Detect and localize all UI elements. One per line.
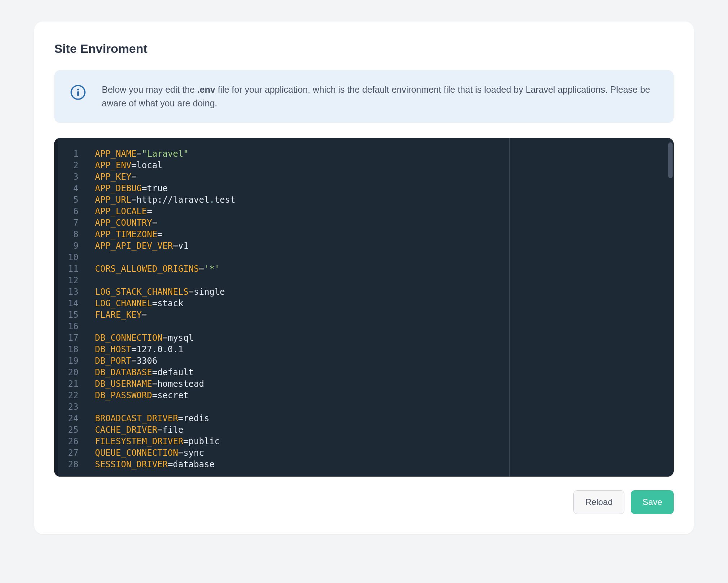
line-number: 28 — [54, 459, 78, 470]
code-content[interactable]: APP_NAME="Laravel"APP_ENV=localAPP_KEY=A… — [85, 138, 674, 477]
info-banner: Below you may edit the .env file for you… — [54, 70, 674, 123]
save-button[interactable]: Save — [631, 490, 674, 514]
code-line[interactable]: DB_CONNECTION=mysql — [95, 332, 674, 344]
line-number: 14 — [54, 298, 78, 309]
line-number: 20 — [54, 367, 78, 378]
line-number: 9 — [54, 240, 78, 252]
scrollbar-thumb[interactable] — [668, 142, 673, 178]
line-number: 13 — [54, 286, 78, 298]
code-line[interactable]: APP_URL=http://laravel.test — [95, 194, 674, 206]
svg-point-1 — [77, 89, 79, 91]
code-line[interactable]: DB_USERNAME=homestead — [95, 378, 674, 390]
line-number: 1 — [54, 148, 78, 160]
code-line[interactable]: LOG_STACK_CHANNELS=single — [95, 286, 674, 298]
code-line[interactable]: APP_LOCALE= — [95, 206, 674, 217]
line-number: 25 — [54, 424, 78, 436]
reload-button[interactable]: Reload — [573, 490, 624, 514]
code-line[interactable]: CACHE_DRIVER=file — [95, 424, 674, 436]
line-number: 22 — [54, 390, 78, 401]
code-line[interactable] — [95, 252, 674, 263]
editor-divider — [509, 138, 510, 477]
line-number: 26 — [54, 436, 78, 447]
code-line[interactable]: APP_KEY= — [95, 171, 674, 183]
line-number: 23 — [54, 401, 78, 413]
line-number: 17 — [54, 332, 78, 344]
code-line[interactable]: APP_NAME="Laravel" — [95, 148, 674, 160]
line-number: 15 — [54, 309, 78, 321]
code-line[interactable]: QUEUE_CONNECTION=sync — [95, 447, 674, 459]
code-line[interactable]: DB_DATABASE=default — [95, 367, 674, 378]
code-line[interactable]: APP_COUNTRY= — [95, 217, 674, 229]
line-number: 6 — [54, 206, 78, 217]
line-number: 4 — [54, 183, 78, 194]
line-number: 5 — [54, 194, 78, 206]
code-line[interactable]: DB_PORT=3306 — [95, 355, 674, 367]
code-line[interactable]: APP_ENV=local — [95, 160, 674, 171]
code-line[interactable]: CORS_ALLOWED_ORIGINS='*' — [95, 263, 674, 275]
line-number: 27 — [54, 447, 78, 459]
code-line[interactable]: DB_HOST=127.0.0.1 — [95, 344, 674, 355]
code-line[interactable]: BROADCAST_DRIVER=redis — [95, 413, 674, 424]
code-line[interactable]: APP_TIMEZONE= — [95, 229, 674, 240]
line-number: 24 — [54, 413, 78, 424]
code-line[interactable] — [95, 401, 674, 413]
line-number: 21 — [54, 378, 78, 390]
line-number: 16 — [54, 321, 78, 332]
code-line[interactable] — [95, 275, 674, 286]
code-line[interactable] — [95, 321, 674, 332]
line-number: 12 — [54, 275, 78, 286]
code-line[interactable]: SESSION_DRIVER=database — [95, 459, 674, 470]
line-number: 18 — [54, 344, 78, 355]
line-gutter: 1234567891011121314151617181920212223242… — [54, 138, 85, 477]
code-line[interactable]: APP_DEBUG=true — [95, 183, 674, 194]
env-code-editor[interactable]: 1234567891011121314151617181920212223242… — [54, 138, 674, 477]
code-line[interactable]: APP_API_DEV_VER=v1 — [95, 240, 674, 252]
line-number: 8 — [54, 229, 78, 240]
line-number: 3 — [54, 171, 78, 183]
info-text: Below you may edit the .env file for you… — [102, 83, 658, 110]
code-line[interactable]: DB_PASSWORD=secret — [95, 390, 674, 401]
info-icon — [70, 84, 86, 100]
page-title: Site Enviroment — [54, 42, 674, 56]
info-text-bold: .env — [197, 84, 215, 95]
code-line[interactable]: FLARE_KEY= — [95, 309, 674, 321]
info-text-before: Below you may edit the — [102, 84, 197, 95]
line-number: 7 — [54, 217, 78, 229]
site-environment-card: Site Enviroment Below you may edit the .… — [34, 22, 694, 534]
line-number: 2 — [54, 160, 78, 171]
line-number: 11 — [54, 263, 78, 275]
line-number: 10 — [54, 252, 78, 263]
code-line[interactable]: FILESYSTEM_DRIVER=public — [95, 436, 674, 447]
svg-rect-2 — [77, 91, 79, 96]
line-number: 19 — [54, 355, 78, 367]
button-row: Reload Save — [54, 490, 674, 514]
code-line[interactable]: LOG_CHANNEL=stack — [95, 298, 674, 309]
